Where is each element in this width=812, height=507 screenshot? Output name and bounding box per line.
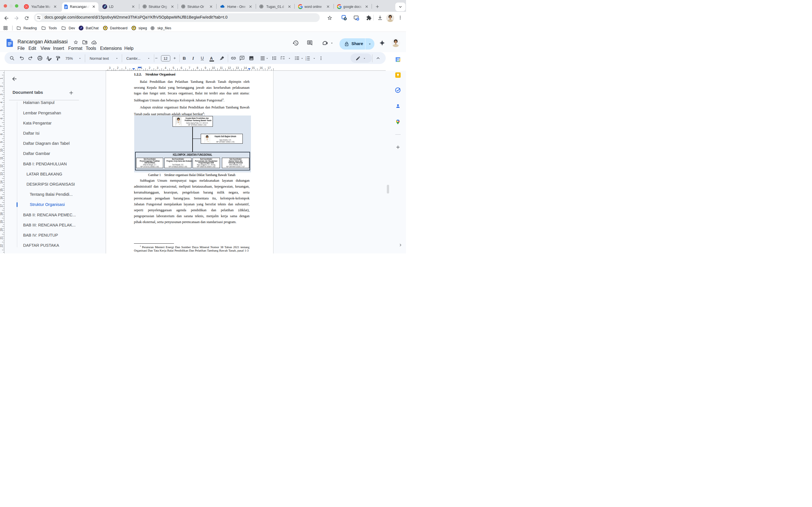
svg-text:31: 31 <box>397 58 400 61</box>
svg-text:8: 8 <box>345 18 346 20</box>
svg-text:3: 3 <box>305 59 306 61</box>
